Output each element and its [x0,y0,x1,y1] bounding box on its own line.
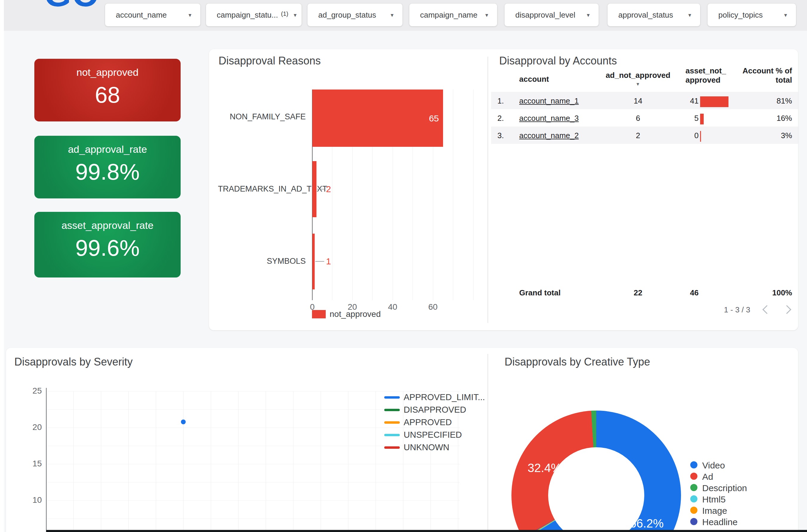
y-axis-line [46,388,47,532]
account-link[interactable]: account_name_3 [519,114,579,123]
cell-ad-not-approved: 2 [608,131,668,140]
scorecard-value: 68 [34,82,181,108]
cell-account-pct: 3% [746,131,792,140]
column-header-account-pct[interactable]: Account % of total [717,66,792,85]
scorecard-label: ad_approval_rate [34,144,181,155]
account-link[interactable]: account_name_1 [519,96,579,106]
scorecard-ad-approval-rate: ad_approval_rate 99.8% [34,136,181,198]
gridline [453,90,453,300]
grand-total-label: Grand total [519,288,561,298]
screen-bottom-edge [46,530,807,532]
card-divider [488,354,488,532]
chevron-down-icon: ▾ [385,12,393,19]
gridline [47,500,460,501]
filter-bar: GO account_name ▾ campaign_statu... (1) … [0,0,807,31]
bar-symbols[interactable] [312,234,315,289]
card-divider [488,57,488,323]
previous-page-icon[interactable] [763,305,771,314]
callout-line [317,189,324,189]
scorecard-value: 99.6% [34,235,181,261]
data-point-approved-limited[interactable] [181,419,186,424]
dashboard-page: GO account_name ▾ campaign_statu... (1) … [0,0,807,532]
legend-line-unspecified [384,434,400,436]
cell-asset-not-approved: 41 [669,96,699,106]
gridline [403,391,403,530]
scorecard-value: 99.8% [34,159,181,185]
gridline [266,391,266,530]
cell-data-bar [700,114,704,125]
gridline [47,464,460,464]
cell-ad-not-approved: 14 [608,96,668,106]
filter-chip-approval-status[interactable]: approval_status ▾ [608,4,700,26]
chevron-down-icon: ▾ [778,12,787,19]
legend-dot-ad [690,473,697,480]
chart-title-disapproval-by-accounts: Disapproval by Accounts [499,55,617,67]
legend-label: Ad [702,472,713,482]
legend-label: UNKNOWN [404,442,449,452]
gridline [47,446,460,446]
row-index: 3. [497,131,504,140]
table-row: 3. account_name_2 2 0 3% [491,127,798,144]
gridline [47,482,460,482]
filter-chip-label: policy_topics [718,11,763,20]
table-row: 1. account_name_1 14 41 81% [491,92,798,109]
legend-line-disapproved [384,409,400,411]
cell-account-pct: 81% [746,96,792,106]
gridline [238,391,239,530]
filter-chip-campaign-status[interactable]: campaign_statu... (1) ▾ [206,4,301,26]
cell-asset-not-approved: 0 [669,131,699,140]
bar-value-label: 65 [415,113,439,124]
column-header-account[interactable]: account [519,75,549,84]
legend-line-unknown [384,446,400,449]
filter-chip-label: account_name [116,11,167,20]
y-tick: 20 [21,422,42,432]
legend-label: not_approved [330,309,381,319]
bar-value-label: 1 [326,256,331,266]
account-link[interactable]: account_name_2 [519,131,579,140]
filter-chip-label: approval_status [618,11,673,20]
gridline [47,518,460,519]
page-left-edge [0,0,4,532]
legend-label: Headline [702,517,737,527]
category-label: SYMBOLS [218,256,306,266]
chart-title-disapprovals-by-creative-type: Disapprovals by Creative Type [505,356,650,368]
filter-count-badge: (1) [281,11,288,17]
legend-label: UNSPECIFIED [404,430,462,440]
chart-title-disapprovals-by-severity: Disapprovals by Severity [14,356,132,368]
gridline [473,90,474,300]
gridline [156,391,156,530]
filter-chip-disapproval-level[interactable]: disapproval_level ▾ [505,4,599,26]
gridline [183,391,184,530]
legend-line-approved [384,421,400,424]
chevron-down-icon: ▾ [288,12,297,19]
legend-label: DISAPPROVED [404,405,466,415]
row-index: 2. [497,114,504,123]
gridline [73,391,74,530]
row-index: 1. [497,96,504,106]
callout-line [315,261,324,262]
legend-dot-image [690,507,697,514]
cell-data-bar [700,131,701,142]
cell-asset-not-approved: 5 [669,114,699,123]
filter-chip-label: disapproval_level [515,11,575,20]
next-page-icon[interactable] [783,305,791,314]
x-tick: 60 [428,302,437,312]
filter-chip-ad-group-status[interactable]: ad_group_status ▾ [308,4,402,26]
grand-total-asset: 46 [669,288,699,298]
slice-label-video: 66.2% [623,517,671,530]
legend-label: APPROVED [404,417,452,427]
gridline [348,391,348,530]
gridline [320,391,321,530]
filter-chip-policy-topics[interactable]: policy_topics ▾ [708,4,796,26]
sort-descending-icon: ▼ [636,81,640,87]
chart-title-disapproval-reasons: Disapproval Reasons [219,55,320,67]
category-label: NON_FAMILY_SAFE [218,112,306,121]
column-header-line: Account % of [717,66,792,75]
bar-trademarks-in-ad-text[interactable] [312,161,316,217]
logo: GO [44,0,100,14]
column-header-ad-not-approved[interactable]: ad_not_approved [593,71,683,80]
filter-chip-campaign-name[interactable]: campaign_name ▾ [409,4,497,26]
top-card: Disapproval Reasons NON_FAMILY_SAFE TRAD… [209,49,798,330]
chevron-down-icon: ▾ [480,12,488,19]
filter-chip-account-name[interactable]: account_name ▾ [105,4,200,26]
